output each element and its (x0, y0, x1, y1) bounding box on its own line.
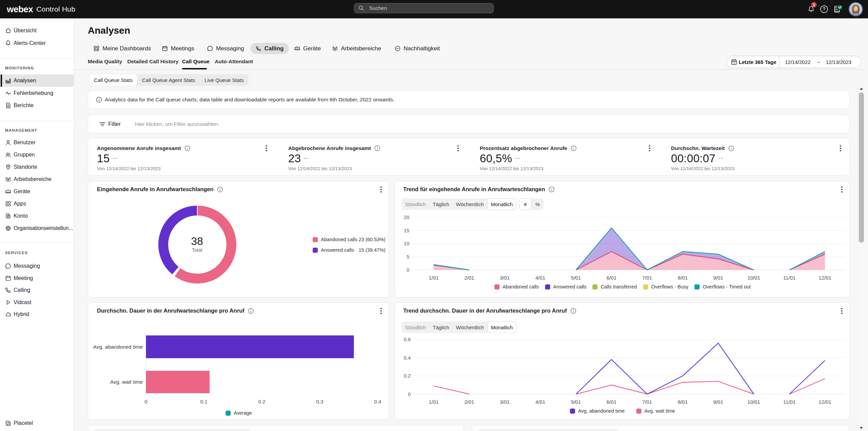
svg-text:0.2: 0.2 (404, 373, 411, 379)
svg-text:15: 15 (404, 228, 409, 233)
svg-text:9/01: 9/01 (713, 399, 723, 405)
svg-text:8/01: 8/01 (678, 275, 688, 281)
svg-text:38: 38 (191, 235, 203, 247)
svg-text:8/01: 8/01 (678, 399, 688, 405)
svg-text:3/01: 3/01 (500, 275, 510, 281)
svg-text:5: 5 (407, 254, 409, 260)
svg-text:3/01: 3/01 (500, 399, 510, 405)
svg-text:6/01: 6/01 (607, 275, 617, 281)
svg-text:0.4: 0.4 (374, 399, 381, 404)
svg-text:5/01: 5/01 (571, 275, 581, 281)
svg-text:7/01: 7/01 (642, 275, 652, 281)
svg-text:6/01: 6/01 (607, 399, 617, 405)
svg-text:0.4: 0.4 (404, 355, 411, 361)
svg-text:1/01: 1/01 (429, 399, 439, 405)
svg-text:0.6: 0.6 (404, 337, 411, 342)
svg-text:11/01: 11/01 (783, 399, 796, 405)
svg-text:9/01: 9/01 (713, 275, 723, 281)
svg-text:10: 10 (404, 241, 409, 246)
svg-text:7/01: 7/01 (642, 399, 652, 405)
svg-text:Avg. wait time: Avg. wait time (110, 379, 143, 385)
svg-text:12/01: 12/01 (819, 275, 832, 281)
svg-text:11/01: 11/01 (783, 275, 796, 281)
svg-text:10/01: 10/01 (748, 275, 760, 281)
svg-text:0.2: 0.2 (258, 399, 265, 404)
svg-text:0: 0 (145, 399, 147, 404)
svg-text:Avg. abandoned time: Avg. abandoned time (93, 344, 143, 350)
svg-text:20: 20 (404, 215, 409, 220)
svg-text:12/01: 12/01 (819, 399, 832, 405)
svg-text:0: 0 (408, 392, 411, 397)
svg-text:2/01: 2/01 (464, 275, 474, 281)
svg-text:Total: Total (192, 247, 202, 253)
svg-text:5/01: 5/01 (571, 399, 581, 405)
svg-text:0.3: 0.3 (316, 399, 323, 404)
svg-text:4/01: 4/01 (535, 399, 545, 405)
svg-text:4/01: 4/01 (535, 275, 545, 281)
svg-text:10/01: 10/01 (748, 399, 760, 405)
svg-text:0.1: 0.1 (200, 399, 208, 404)
svg-text:2/01: 2/01 (464, 399, 474, 405)
svg-text:1/01: 1/01 (429, 275, 439, 281)
svg-text:0: 0 (407, 267, 409, 273)
